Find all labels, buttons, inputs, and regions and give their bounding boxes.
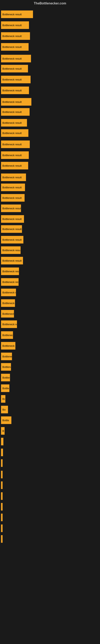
bar-item[interactable]: Bottleneck result bbox=[1, 288, 16, 296]
bar-item[interactable]: Bottleneck result bbox=[1, 184, 25, 191]
bar-label: Bottleneck result bbox=[2, 366, 11, 368]
bar-label: Bottleneck result bbox=[2, 312, 14, 315]
bar-item[interactable]: Bottleneck result bbox=[1, 310, 14, 318]
bar-item[interactable]: Bottleneck result bbox=[1, 257, 23, 264]
bar-item[interactable]: Bottleneck result bbox=[1, 129, 28, 137]
bar-item[interactable]: Bottleneck result bbox=[1, 108, 30, 116]
bar-item[interactable]: Bottleneck result bbox=[1, 174, 26, 181]
bar-item[interactable]: Bottleneck result bbox=[1, 236, 23, 244]
bar-item[interactable]: Bottleneck result bbox=[1, 395, 5, 403]
bar-label: Bottleneck result bbox=[2, 238, 22, 241]
bar-label: Bottleneck result bbox=[2, 228, 22, 231]
bar-label: Bottleneck result bbox=[2, 218, 22, 220]
bar-label: Bottleneck result bbox=[2, 207, 21, 210]
bar-item[interactable]: Bottleneck result bbox=[1, 43, 29, 51]
bar-label: Bottleneck result bbox=[2, 143, 22, 146]
bar-item[interactable]: Bottleneck result bbox=[1, 352, 12, 360]
bar-item[interactable] bbox=[1, 535, 2, 543]
bar-item[interactable]: Bottleneck result bbox=[1, 162, 28, 170]
bar-item[interactable]: Bottleneck result bbox=[1, 32, 30, 40]
bar-item[interactable]: Bottleneck result bbox=[1, 86, 29, 94]
bar-label: Bottleneck result bbox=[2, 176, 22, 179]
header: TheBottlenecker.com bbox=[0, 0, 100, 7]
bar-label: Bottleneck result bbox=[2, 67, 22, 70]
bar-item[interactable]: Bottleneck result bbox=[1, 151, 29, 159]
bar-label: Bottleneck result bbox=[2, 387, 9, 390]
bar-item[interactable]: Bottleneck result bbox=[1, 10, 33, 18]
bar-label: Bottleneck result bbox=[2, 34, 22, 38]
bar-label: Bottleneck result bbox=[2, 100, 22, 104]
chart-area: Bottleneck resultBottleneck resultBottle… bbox=[0, 7, 100, 631]
bar-label: Bottleneck result bbox=[2, 355, 12, 358]
bar-item[interactable]: Bottleneck result bbox=[1, 215, 24, 223]
bar-item[interactable] bbox=[1, 524, 2, 532]
bar-label: Bottleneck result bbox=[2, 110, 22, 114]
bar-item[interactable] bbox=[1, 471, 2, 478]
bar-item[interactable] bbox=[1, 482, 2, 489]
bar-item[interactable] bbox=[1, 492, 2, 500]
bar-item[interactable] bbox=[1, 459, 2, 467]
bar-label: Bottleneck result bbox=[2, 376, 10, 379]
bar-label: Bottleneck result bbox=[2, 164, 22, 167]
bar-label: Bottleneck result bbox=[2, 334, 13, 337]
bar-label: Bottleneck result bbox=[2, 344, 15, 347]
bar-label: Bottleneck result bbox=[2, 13, 22, 16]
bar-label: Bottleneck result bbox=[2, 186, 22, 189]
bar-label: Bottleneck result bbox=[2, 78, 22, 81]
bar-item[interactable]: Bottleneck result bbox=[1, 268, 19, 275]
bar-item[interactable]: Bottleneck result bbox=[1, 320, 17, 328]
bar-label: Bottleneck result bbox=[2, 132, 22, 135]
bar-label: Bottleneck result bbox=[2, 398, 5, 400]
bar-item[interactable] bbox=[1, 503, 2, 510]
bar-item[interactable]: Bottleneck result bbox=[1, 204, 21, 212]
bar-label: Bottleneck result bbox=[2, 302, 15, 305]
bar-item[interactable]: Bottleneck result bbox=[1, 65, 28, 72]
bar-label: Bottleneck result bbox=[2, 57, 22, 60]
bar-label: Bottleneck result bbox=[2, 323, 17, 326]
bar-item[interactable]: Bottleneck result bbox=[1, 98, 31, 106]
bar-item[interactable]: Bottleneck result bbox=[1, 194, 25, 202]
bar-label: Bottleneck result bbox=[2, 89, 22, 92]
bar-item[interactable]: Bottleneck result bbox=[1, 140, 30, 148]
bar-item[interactable]: Bottleneck result bbox=[1, 299, 15, 307]
bar-item[interactable]: Bottleneck result bbox=[1, 363, 11, 371]
bar-label: Bo bbox=[2, 408, 6, 411]
bar-label: Bottleneck result bbox=[2, 154, 22, 157]
bar-item[interactable]: Bottleneck result bbox=[1, 21, 29, 29]
bar-item[interactable]: Bottleneck result bbox=[1, 119, 27, 126]
bar-item[interactable]: Bottleneck result bbox=[1, 384, 9, 392]
bar-label: Bottleneck result bbox=[2, 249, 21, 252]
bar-item[interactable]: Bottleneck result bbox=[1, 246, 21, 254]
bar-label: Bottleneck result bbox=[2, 259, 22, 262]
bar-item[interactable]: Bottleneck result bbox=[1, 76, 31, 83]
bar-label: Bottleneck result bbox=[2, 24, 22, 27]
bar-label: Bottle bbox=[2, 419, 9, 422]
bar-item[interactable]: Bottleneck result bbox=[1, 278, 19, 286]
bar-label: Bottleneck result bbox=[2, 280, 19, 284]
bar-label: Bottleneck result bbox=[2, 270, 19, 273]
bar-label: Bottleneck result bbox=[2, 121, 22, 124]
site-title: TheBottlenecker.com bbox=[34, 2, 66, 5]
bar-item[interactable]: Bottleneck result bbox=[1, 374, 10, 381]
bar-item[interactable] bbox=[1, 438, 3, 445]
bar-item[interactable]: Bottleneck result bbox=[1, 55, 31, 62]
bar-item[interactable]: Bo bbox=[1, 406, 8, 413]
bar-label: Bottleneck result bbox=[2, 196, 22, 200]
bar-item[interactable] bbox=[1, 448, 3, 456]
bar-label: Bottleneck result bbox=[2, 291, 16, 294]
bar-item[interactable]: Bottleneck result bbox=[1, 342, 15, 350]
bar-item[interactable]: B bbox=[1, 427, 4, 435]
bar-item[interactable] bbox=[1, 514, 2, 521]
bar-label: Bottleneck result bbox=[2, 46, 22, 48]
bar-item[interactable]: Bottle bbox=[1, 416, 11, 424]
bar-label: B bbox=[2, 430, 4, 432]
bar-item[interactable]: Bottleneck result bbox=[1, 225, 22, 233]
bar-item[interactable]: Bottleneck result bbox=[1, 331, 13, 339]
